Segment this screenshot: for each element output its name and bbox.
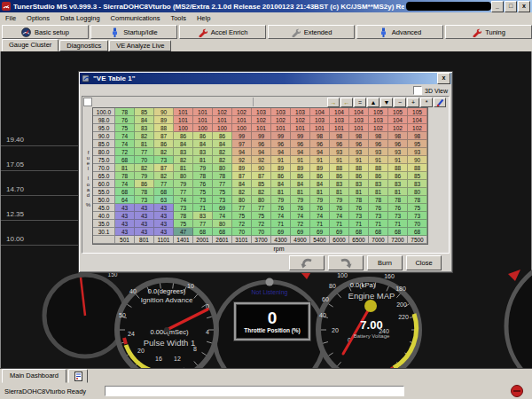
ve-cell[interactable]: 68 [349, 228, 369, 236]
ve-cell[interactable]: 70 [252, 228, 271, 236]
ve-cell[interactable]: 101 [310, 124, 330, 132]
ve-cell[interactable]: 99 [252, 132, 271, 140]
ve-cell[interactable]: 77 [232, 204, 252, 212]
ve-cell[interactable]: 74 [115, 140, 135, 148]
ve-cell[interactable]: 73 [369, 212, 388, 220]
ve-cell[interactable]: 43 [135, 228, 154, 236]
ve-cell[interactable]: 80 [408, 188, 427, 196]
ve-cell[interactable]: 76 [369, 204, 388, 212]
ve-cell[interactable]: 101 [232, 116, 252, 124]
ve-cell[interactable]: 83 [174, 148, 193, 156]
3d-view-checkbox[interactable] [413, 86, 422, 95]
decrement-icon[interactable]: ▼ [380, 98, 393, 107]
ve-cell[interactable]: 69 [213, 204, 232, 212]
ve-cell[interactable]: 75 [115, 124, 135, 132]
ve-cell[interactable]: 86 [174, 132, 193, 140]
tab-main-dashboard[interactable]: Main Dashboard [2, 369, 66, 383]
ve-cell[interactable]: 76 [310, 204, 330, 212]
ve-cell[interactable]: 75 [213, 188, 232, 196]
ve-cell[interactable]: 73 [193, 196, 213, 204]
ve-cell[interactable]: 93 [408, 148, 427, 156]
ve-cell[interactable]: 77 [193, 220, 213, 228]
ve-cell[interactable]: 99 [271, 132, 291, 140]
ve-cell[interactable]: 72 [252, 220, 271, 228]
ve-cell[interactable]: 76 [193, 180, 213, 188]
ve-cell[interactable]: 63 [154, 196, 174, 204]
ve-cell[interactable]: 72 [232, 220, 252, 228]
ve-cell[interactable]: 98 [408, 132, 427, 140]
ve-cell[interactable]: 78 [349, 196, 369, 204]
ve-cell[interactable]: 88 [408, 164, 427, 172]
ve-cell[interactable]: 96 [271, 140, 291, 148]
ve-cell[interactable]: 91 [271, 156, 291, 164]
ve-cell[interactable]: 83 [408, 180, 427, 188]
ve-cell[interactable]: 74 [330, 212, 349, 220]
ve-cell[interactable]: 43 [115, 204, 135, 212]
ve-cell[interactable]: 78 [193, 172, 213, 180]
ve-cell[interactable]: 43 [135, 204, 154, 212]
ve-cell[interactable]: 93 [388, 148, 408, 156]
toolbar-basic-setup-button[interactable]: Basic setup [2, 25, 89, 39]
ve-cell[interactable]: 102 [232, 108, 252, 116]
close-button-ve[interactable]: Close [406, 255, 442, 270]
ve-cell[interactable]: 94 [271, 148, 291, 156]
minus-icon[interactable]: − [394, 98, 406, 107]
ve-cell[interactable]: 101 [174, 116, 193, 124]
ve-cell[interactable]: 83 [369, 180, 388, 188]
ve-cell[interactable]: 74 [310, 212, 330, 220]
ve-cell[interactable]: 73 [408, 212, 427, 220]
ve-cell[interactable]: 82 [174, 156, 193, 164]
ve-cell[interactable]: 81 [115, 164, 135, 172]
menu-options[interactable]: Options [21, 14, 55, 22]
ve-cell[interactable]: 101 [193, 116, 213, 124]
ve-cell[interactable]: 103 [291, 108, 310, 116]
ve-cell[interactable]: 73 [349, 212, 369, 220]
tab-diagnostics[interactable]: Diagnostics [59, 40, 108, 51]
ve-cell[interactable]: 81 [193, 156, 213, 164]
ve-cell[interactable]: 88 [330, 164, 349, 172]
ve-cell[interactable]: 78 [174, 212, 193, 220]
ve-cell[interactable]: 83 [193, 212, 213, 220]
ve-cell[interactable]: 68 [408, 228, 427, 236]
ve-cell[interactable]: 73 [154, 156, 174, 164]
ve-cell[interactable]: 68 [193, 228, 213, 236]
ve-cell[interactable]: 71 [388, 220, 408, 228]
ve-cell[interactable]: 100 [232, 124, 252, 132]
ve-cell[interactable]: 104 [330, 108, 349, 116]
ve-cell[interactable]: 84 [271, 180, 291, 188]
plus-icon[interactable]: + [407, 98, 419, 107]
ve-cell[interactable]: 83 [135, 124, 154, 132]
ve-cell[interactable]: 79 [310, 196, 330, 204]
ve-cell[interactable]: 76 [388, 204, 408, 212]
ve-cell[interactable]: 78 [369, 196, 388, 204]
ve-cell[interactable]: 98 [349, 132, 369, 140]
ve-cell[interactable]: 78 [213, 172, 232, 180]
ve-cell[interactable]: 86 [154, 140, 174, 148]
ve-cell[interactable]: 86 [135, 180, 154, 188]
ve-cell[interactable]: 101 [213, 116, 232, 124]
ve-cell[interactable]: 91 [388, 156, 408, 164]
menu-data-logging[interactable]: Data Logging [55, 14, 106, 22]
ve-cell[interactable]: 43 [154, 212, 174, 220]
close-button[interactable]: x [518, 1, 530, 12]
ve-cell[interactable]: 70 [135, 156, 154, 164]
ve-cell[interactable]: 71 [349, 220, 369, 228]
ve-cell[interactable]: 71 [310, 220, 330, 228]
ve-cell[interactable]: 73 [174, 204, 193, 212]
ve-cell[interactable]: 87 [252, 172, 271, 180]
ve-cell[interactable]: 73 [213, 196, 232, 204]
ve-cell[interactable]: 94 [310, 148, 330, 156]
ve-cell[interactable]: 97 [232, 140, 252, 148]
ve-cell[interactable]: 81 [349, 188, 369, 196]
ve-cell[interactable]: 74 [291, 212, 310, 220]
ve-cell[interactable]: 82 [154, 148, 174, 156]
ve-cell[interactable]: 74 [115, 180, 135, 188]
ve-cell[interactable]: 103 [310, 116, 330, 124]
ve-cell[interactable]: 81 [388, 188, 408, 196]
burn-button[interactable]: Burn [367, 255, 403, 270]
ve-cell[interactable]: 102 [388, 124, 408, 132]
ve-cell[interactable]: 74 [115, 132, 135, 140]
ve-cell[interactable]: 73 [388, 212, 408, 220]
ve-cell[interactable]: 99 [291, 132, 310, 140]
ve-cell[interactable]: 89 [310, 164, 330, 172]
